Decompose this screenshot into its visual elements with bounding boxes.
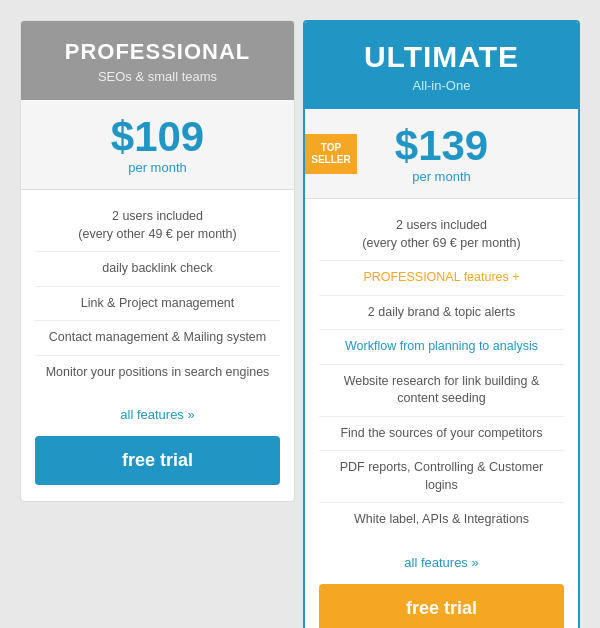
professional-price-area: $109 per month [21,100,294,190]
top-seller-line1: TOP [321,142,341,153]
professional-feature-5: Monitor your positions in search engines [35,356,280,390]
ultimate-plan-name: ULTIMATE [315,40,568,74]
ultimate-feature-8: White label, APIs & Integrations [319,503,564,537]
plan-professional: PROFESSIONAL SEOs & small teams $109 per… [20,20,295,502]
professional-feature-4: Contact management & Mailing system [35,321,280,356]
ultimate-feature-1: 2 users included(every other 69 € per mo… [319,209,564,261]
plans-container: PROFESSIONAL SEOs & small teams $109 per… [10,0,590,628]
top-seller-line2: SELLER [311,154,350,165]
ultimate-free-trial-button[interactable]: free trial [319,584,564,629]
ultimate-all-features-link[interactable]: all features » [305,547,578,584]
professional-per-month: per month [31,160,284,175]
ultimate-feature-3: 2 daily brand & topic alerts [319,296,564,331]
professional-feature-1: 2 users included(every other 49 € per mo… [35,200,280,252]
ultimate-feature-5: Website research for link building & con… [319,365,564,417]
professional-plan-name: PROFESSIONAL [31,39,284,65]
ultimate-feature-2: PROFESSIONAL features + [319,261,564,296]
top-seller-badge: TOP SELLER [305,134,357,174]
professional-price: $109 [31,116,284,158]
ultimate-feature-4: Workflow from planning to analysis [319,330,564,365]
professional-header: PROFESSIONAL SEOs & small teams [21,21,294,100]
ultimate-feature-6: Find the sources of your competitors [319,417,564,452]
ultimate-price-area: TOP SELLER $139 per month [305,109,578,199]
professional-feature-2: daily backlink check [35,252,280,287]
ultimate-header: ULTIMATE All-in-One [305,22,578,109]
professional-features-list: 2 users included(every other 49 € per mo… [21,190,294,399]
professional-feature-3: Link & Project management [35,287,280,322]
plan-ultimate: ULTIMATE All-in-One TOP SELLER $139 per … [303,20,580,628]
ultimate-feature-7: PDF reports, Controlling & Customer logi… [319,451,564,503]
professional-free-trial-button[interactable]: free trial [35,436,280,485]
professional-all-features-link[interactable]: all features » [21,399,294,436]
ultimate-plan-subtitle: All-in-One [315,78,568,93]
professional-plan-subtitle: SEOs & small teams [31,69,284,84]
ultimate-features-list: 2 users included(every other 69 € per mo… [305,199,578,547]
